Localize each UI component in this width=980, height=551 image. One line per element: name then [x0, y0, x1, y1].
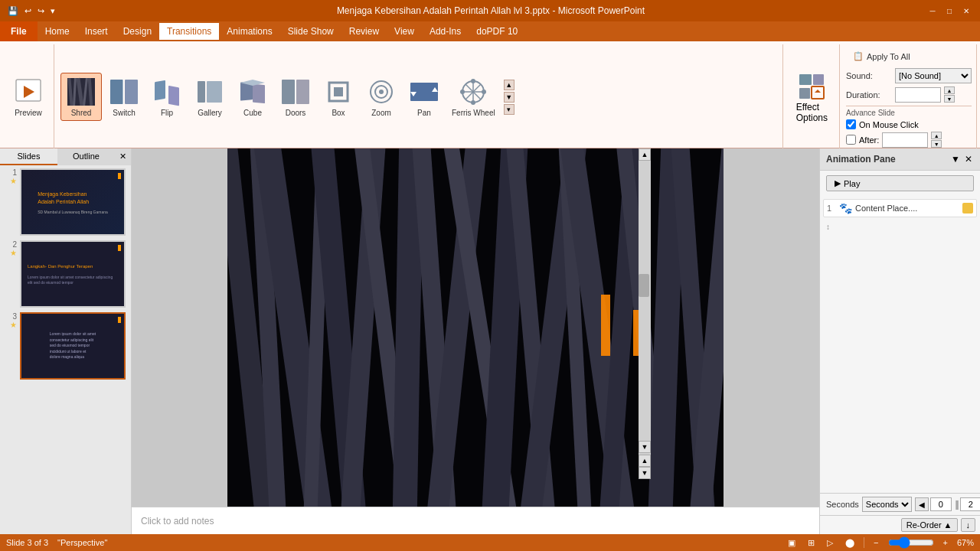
menu-view[interactable]: View — [387, 23, 422, 40]
thumb-orange-bar-1 — [118, 173, 121, 179]
transition-ferris-wheel[interactable]: Ferris Wheel — [446, 73, 501, 121]
apply-to-all-button[interactable]: 📋 Apply To All — [846, 47, 917, 65]
transition-doors[interactable]: Doors — [275, 73, 316, 121]
slide-thumb-2[interactable]: Langkah- Dan Penghur Terapen Lorem ipsum… — [20, 240, 126, 308]
minimize-btn[interactable]: ─ — [925, 5, 940, 17]
nav-prev-btn[interactable]: ◀ — [915, 497, 929, 511]
save-btn[interactable]: 💾 — [6, 5, 20, 18]
reorder-up-btn[interactable]: Re-Order ▲ — [901, 518, 958, 532]
menu-home[interactable]: Home — [38, 23, 77, 40]
view-reading-btn[interactable]: ▷ — [824, 537, 836, 549]
after-input[interactable]: 00:00.00 — [882, 132, 928, 148]
play-icon: ▶ — [835, 178, 841, 188]
tab-slides[interactable]: Slides — [0, 148, 57, 165]
tab-outline[interactable]: Outline — [57, 148, 115, 165]
transition-switch[interactable]: Switch — [103, 73, 145, 121]
gallery-icon — [194, 77, 225, 107]
list-item[interactable]: 1 🐾 Content Place.... — [823, 199, 977, 217]
menu-bar: File Home Insert Design Transitions Anim… — [0, 21, 980, 41]
canvas-column: ▲ ▼ ▲ ▼ — [132, 148, 819, 534]
transition-cube[interactable]: Cube — [232, 73, 273, 121]
notes-bar[interactable]: Click to add notes — [132, 507, 819, 534]
transitions-group-content: Shred Switch — [60, 44, 778, 149]
zoom-out-btn[interactable]: − — [871, 537, 881, 548]
menu-insert[interactable]: Insert — [77, 23, 116, 40]
nav-value-input[interactable] — [930, 497, 952, 511]
after-up[interactable]: ▲ — [931, 132, 942, 139]
transition-flip[interactable]: Flip — [146, 73, 188, 121]
window-title: Menjaga Kebersihan Adalah Perintah Allah… — [57, 5, 925, 16]
scroll-down-arrow[interactable]: ▼ — [639, 441, 651, 453]
maximize-btn[interactable]: □ — [942, 5, 957, 17]
ribbon-scroll-more[interactable]: ▾ — [504, 104, 514, 115]
effect-options-button[interactable]: EffectOptions — [789, 67, 835, 127]
menu-addins[interactable]: Add-Ins — [422, 23, 469, 40]
menu-design[interactable]: Design — [116, 23, 159, 40]
svg-point-35 — [460, 90, 465, 94]
pane-collapse-btn[interactable]: ▼ — [949, 152, 962, 166]
duration-input[interactable]: 03.00 — [895, 87, 941, 103]
slide-list: 1 ★ Menjaga KebersihanAdalah Perintah Al… — [0, 165, 131, 534]
redo-btn[interactable]: ↪ — [36, 5, 46, 18]
doors-icon — [280, 77, 311, 107]
duration-down[interactable]: ▼ — [944, 95, 955, 103]
shred-label: Shred — [71, 109, 92, 117]
after-checkbox[interactable] — [846, 135, 856, 145]
cube-label: Cube — [243, 109, 262, 117]
nav-value2-input[interactable] — [960, 497, 980, 511]
preview-button[interactable]: Preview — [8, 73, 49, 121]
theme-info: "Perspective" — [57, 538, 107, 547]
quick-access-toolbar: 💾 ↩ ↪ ▾ — [6, 5, 57, 18]
menu-transitions[interactable]: Transitions — [159, 23, 219, 40]
view-slide-sorter-btn[interactable]: ⊞ — [805, 537, 818, 549]
zoom-in-btn[interactable]: + — [940, 537, 951, 548]
zoom-level: 67% — [957, 538, 974, 547]
view-normal-btn[interactable]: ▣ — [785, 537, 799, 549]
file-menu-btn[interactable]: File — [0, 21, 38, 41]
scroll-thumb[interactable] — [639, 274, 649, 297]
ribbon-scroll-down[interactable]: ▼ — [504, 92, 514, 103]
slide-panel: Slides Outline ✕ 1 ★ Menjaga KebersihanA… — [0, 148, 132, 534]
sound-select[interactable]: [No Sound] — [895, 68, 972, 83]
thumb-orange-bar-3 — [118, 317, 121, 323]
ribbon-scroll-up[interactable]: ▲ — [504, 80, 514, 90]
ribbon-scroll: ▲ ▼ ▾ — [502, 77, 516, 118]
customize-btn[interactable]: ▾ — [49, 5, 57, 18]
after-down[interactable]: ▼ — [931, 140, 942, 148]
transition-pan[interactable]: Pan — [403, 73, 445, 121]
undo-btn[interactable]: ↩ — [23, 5, 33, 18]
zoom-slider[interactable] — [888, 538, 934, 547]
transition-zoom[interactable]: Zoom — [361, 73, 402, 121]
reorder-down-btn[interactable]: ↓ — [961, 518, 976, 532]
transition-shred[interactable]: Shred — [60, 73, 102, 121]
duration-arrows: ▲ ▼ — [944, 86, 955, 103]
slide-thumb-1[interactable]: Menjaga KebersihanAdalah Perintah Allah … — [20, 168, 126, 236]
thumb-content-3: Lorem ipsum dolor sit ametconsectetur ad… — [44, 327, 102, 365]
menu-animations[interactable]: Animations — [219, 23, 279, 40]
slide-thumb-3[interactable]: Lorem ipsum dolor sit ametconsectetur ad… — [20, 312, 126, 380]
seconds-select[interactable]: Seconds — [862, 497, 912, 512]
scroll-up-arrow[interactable]: ▲ — [639, 148, 651, 161]
thumb-orange-bar-2 — [118, 245, 121, 251]
close-btn[interactable]: ✕ — [959, 5, 974, 17]
on-mouse-click-label: On Mouse Click — [859, 120, 919, 129]
transition-gallery[interactable]: Gallery — [189, 73, 230, 121]
tab-close[interactable]: ✕ — [115, 148, 131, 165]
view-slideshow-btn[interactable]: ⬤ — [842, 537, 858, 549]
list-item[interactable]: 2 ★ Langkah- Dan Penghur Terapen Lorem i… — [3, 240, 128, 308]
on-mouse-click-checkbox[interactable] — [846, 119, 856, 129]
animation-play-button[interactable]: ▶ Play — [826, 175, 974, 191]
list-item[interactable]: 1 ★ Menjaga KebersihanAdalah Perintah Al… — [3, 168, 128, 236]
thumb-subtitle-1: SD Mamba'ul Luwwanuq Bireng Gamana — [34, 208, 111, 217]
pane-close-btn[interactable]: ✕ — [963, 152, 974, 166]
thumb-body-3: Lorem ipsum dolor sit ametconsectetur ad… — [47, 330, 99, 362]
menu-dopdf[interactable]: doPDF 10 — [469, 23, 525, 40]
anim-expand-arrow[interactable]: ↕ — [823, 220, 977, 233]
status-left: Slide 3 of 3 "Perspective" — [6, 538, 107, 547]
duration-up[interactable]: ▲ — [944, 86, 955, 94]
list-item[interactable]: 3 ★ Lorem ipsum dolor sit ametconsectetu… — [3, 312, 128, 380]
menu-slideshow[interactable]: Slide Show — [280, 23, 341, 40]
title-bar: 💾 ↩ ↪ ▾ Menjaga Kebersihan Adalah Perint… — [0, 0, 980, 21]
menu-review[interactable]: Review — [341, 23, 387, 40]
transition-box[interactable]: Box — [318, 73, 359, 121]
